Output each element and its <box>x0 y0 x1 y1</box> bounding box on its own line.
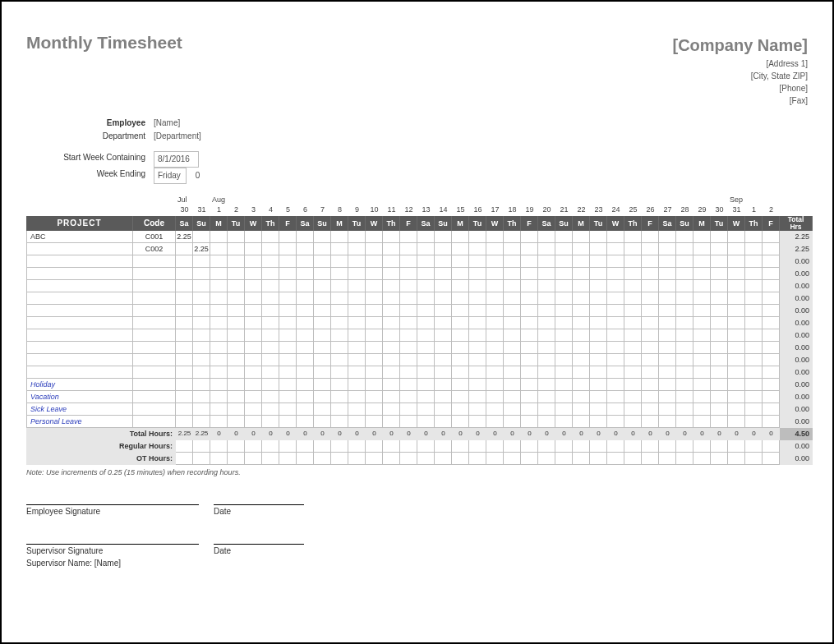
hours-cell[interactable] <box>504 292 521 305</box>
leave-hours-cell[interactable] <box>193 379 210 391</box>
hours-cell[interactable] <box>504 342 521 354</box>
hours-cell[interactable] <box>348 440 366 453</box>
hours-cell[interactable] <box>607 280 624 292</box>
hours-cell[interactable] <box>538 354 555 366</box>
code-cell[interactable] <box>133 317 176 329</box>
hours-cell[interactable] <box>642 366 659 379</box>
hours-cell[interactable] <box>659 440 676 453</box>
hours-cell[interactable] <box>590 280 607 292</box>
hours-cell[interactable] <box>210 453 228 465</box>
hours-cell[interactable] <box>745 243 763 255</box>
hours-cell[interactable] <box>193 305 210 317</box>
hours-cell[interactable] <box>728 317 745 329</box>
hours-cell[interactable] <box>435 280 452 292</box>
hours-cell[interactable] <box>331 292 348 305</box>
hours-cell[interactable] <box>469 231 486 243</box>
startweek-input[interactable]: 8/1/2016 <box>154 151 199 168</box>
hours-cell[interactable] <box>331 329 348 342</box>
hours-cell[interactable] <box>400 366 417 379</box>
leave-hours-cell[interactable] <box>521 379 538 391</box>
hours-cell[interactable] <box>642 268 659 280</box>
hours-cell[interactable] <box>279 305 297 317</box>
leave-hours-cell[interactable] <box>383 391 400 403</box>
hours-cell[interactable] <box>469 268 486 280</box>
hours-cell[interactable] <box>366 440 383 453</box>
leave-hours-cell[interactable] <box>314 391 331 403</box>
hours-cell[interactable] <box>193 354 210 366</box>
hours-cell[interactable] <box>262 292 279 305</box>
leave-hours-cell[interactable] <box>245 416 262 428</box>
project-cell[interactable]: ABC <box>26 231 133 243</box>
hours-cell[interactable] <box>417 440 435 453</box>
hours-cell[interactable] <box>693 243 711 255</box>
leave-hours-cell[interactable] <box>745 416 763 428</box>
leave-hours-cell[interactable] <box>659 403 676 416</box>
hours-cell[interactable] <box>642 342 659 354</box>
hours-cell[interactable] <box>486 305 504 317</box>
hours-cell[interactable] <box>297 317 314 329</box>
leave-hours-cell[interactable] <box>693 379 711 391</box>
leave-hours-cell[interactable] <box>176 379 193 391</box>
hours-cell[interactable] <box>176 317 193 329</box>
hours-cell[interactable] <box>555 255 573 268</box>
hours-cell[interactable] <box>193 292 210 305</box>
hours-cell[interactable] <box>245 342 262 354</box>
hours-cell[interactable] <box>745 366 763 379</box>
hours-cell[interactable] <box>348 280 366 292</box>
hours-cell[interactable] <box>693 354 711 366</box>
hours-cell[interactable] <box>728 440 745 453</box>
hours-cell[interactable] <box>297 329 314 342</box>
project-cell[interactable] <box>26 342 133 354</box>
hours-cell[interactable] <box>228 329 245 342</box>
leave-hours-cell[interactable] <box>366 416 383 428</box>
hours-cell[interactable] <box>642 305 659 317</box>
hours-cell[interactable] <box>383 453 400 465</box>
hours-cell[interactable] <box>417 342 435 354</box>
hours-cell[interactable] <box>676 329 693 342</box>
hours-cell[interactable] <box>348 268 366 280</box>
leave-hours-cell[interactable] <box>176 416 193 428</box>
leave-hours-cell[interactable] <box>210 416 228 428</box>
hours-cell[interactable] <box>607 305 624 317</box>
hours-cell[interactable] <box>228 453 245 465</box>
hours-cell[interactable] <box>435 255 452 268</box>
hours-cell[interactable] <box>538 366 555 379</box>
hours-cell[interactable] <box>348 366 366 379</box>
hours-cell[interactable] <box>366 268 383 280</box>
leave-hours-cell[interactable] <box>555 416 573 428</box>
hours-cell[interactable] <box>452 231 469 243</box>
hours-cell[interactable] <box>693 366 711 379</box>
hours-cell[interactable] <box>417 231 435 243</box>
hours-cell[interactable] <box>452 292 469 305</box>
hours-cell[interactable] <box>417 453 435 465</box>
hours-cell[interactable] <box>245 305 262 317</box>
hours-cell[interactable] <box>728 329 745 342</box>
hours-cell[interactable] <box>521 280 538 292</box>
leave-hours-cell[interactable] <box>297 416 314 428</box>
hours-cell[interactable] <box>297 453 314 465</box>
hours-cell[interactable] <box>348 231 366 243</box>
hours-cell[interactable] <box>693 231 711 243</box>
leave-hours-cell[interactable] <box>573 416 590 428</box>
hours-cell[interactable] <box>693 255 711 268</box>
hours-cell[interactable] <box>400 255 417 268</box>
leave-hours-cell[interactable] <box>435 391 452 403</box>
hours-cell[interactable] <box>590 354 607 366</box>
hours-cell[interactable] <box>521 453 538 465</box>
hours-cell[interactable] <box>176 243 193 255</box>
hours-cell[interactable] <box>469 453 486 465</box>
hours-cell[interactable] <box>383 354 400 366</box>
hours-cell[interactable] <box>745 440 763 453</box>
leave-hours-cell[interactable] <box>538 403 555 416</box>
hours-cell[interactable] <box>314 231 331 243</box>
leave-hours-cell[interactable] <box>262 403 279 416</box>
hours-cell[interactable] <box>659 453 676 465</box>
hours-cell[interactable] <box>728 354 745 366</box>
leave-hours-cell[interactable] <box>624 416 642 428</box>
leave-hours-cell[interactable] <box>642 416 659 428</box>
hours-cell[interactable] <box>711 440 728 453</box>
hours-cell[interactable] <box>642 440 659 453</box>
hours-cell[interactable] <box>279 268 297 280</box>
hours-cell[interactable] <box>400 453 417 465</box>
hours-cell[interactable] <box>486 453 504 465</box>
